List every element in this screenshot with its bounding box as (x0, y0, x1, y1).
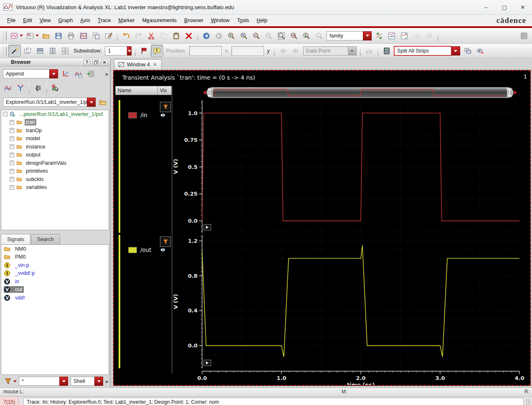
new-graph-window-button[interactable] (8, 30, 20, 42)
expand-icon[interactable]: + (10, 128, 14, 133)
delete-button[interactable] (183, 30, 195, 42)
position-x-input[interactable] (189, 46, 222, 56)
visibility-manager-button[interactable] (474, 45, 486, 57)
plot-in-strip-button[interactable] (60, 68, 71, 80)
menu-window[interactable]: Window (207, 16, 233, 25)
snapshot-button[interactable] (78, 30, 89, 42)
copy-graph-button[interactable] (90, 30, 102, 42)
filter-funnel-button[interactable] (2, 375, 14, 387)
show-info-button[interactable]: i (151, 45, 163, 57)
toolbar-grip[interactable] (3, 31, 7, 40)
expand-icon[interactable]: + (10, 144, 14, 149)
results-combo[interactable]: ExplorerRun.0/1/Lab1_inverter_1/psf (3, 98, 96, 107)
expand-icon[interactable]: + (10, 161, 14, 165)
menu-view[interactable]: View (36, 16, 55, 25)
split-strips-combo[interactable]: Split All Strips (394, 46, 460, 55)
expand-icon[interactable]: + (10, 136, 14, 141)
zoom-fit-button[interactable] (276, 30, 287, 42)
zoom-x-button[interactable] (288, 30, 300, 42)
panel-float-button[interactable] (92, 59, 99, 65)
tree-item-output[interactable]: +output (1, 151, 109, 159)
menu-trace[interactable]: Trace (94, 16, 115, 25)
zoom-y-button[interactable] (301, 30, 312, 42)
expand-icon[interactable]: + (10, 153, 14, 157)
edit-graph-button[interactable] (103, 30, 114, 42)
tab-window-4[interactable]: Window 4 ✕ (114, 59, 162, 69)
menu-measurements[interactable]: Measurements (138, 16, 180, 25)
subwindow-combo[interactable]: 1 (105, 46, 132, 55)
tree-item-instance[interactable]: +instance (1, 143, 109, 151)
signal-item-vvddp[interactable]: I_vvdd!:p (1, 269, 109, 278)
signal-item-PM0[interactable]: PM0 (1, 253, 109, 262)
append-mode-combo[interactable]: Append (3, 69, 58, 78)
paste-button[interactable] (170, 30, 182, 42)
browser-panel-header[interactable]: Browser ? ✕ (0, 58, 110, 66)
position-y-input[interactable] (231, 46, 264, 56)
vertical-strips-button[interactable] (47, 45, 58, 57)
menu-file[interactable]: File (3, 16, 19, 25)
window-layout-button[interactable] (24, 30, 36, 42)
panel-close-button[interactable]: ✕ (101, 59, 108, 65)
data-point-combo-dropdown-button[interactable] (348, 46, 357, 55)
expand-icon[interactable]: + (10, 120, 14, 125)
whats-this-button[interactable] (8, 45, 21, 57)
expressions-button[interactable]: { (32, 82, 44, 94)
maximize-button[interactable]: ▢ (495, 0, 514, 14)
signal-item-vinp[interactable]: I_vin:p (1, 261, 109, 269)
open-button[interactable] (40, 30, 52, 42)
window-layout-menu-arrow-icon[interactable] (35, 35, 39, 37)
show-table-button[interactable] (518, 30, 530, 42)
tree-item-model[interactable]: +model (1, 135, 109, 143)
tree-item-designParamVals[interactable]: +designParamVals (1, 159, 109, 167)
zoom-out-button[interactable] (251, 30, 262, 42)
tree-item-tranOp[interactable]: +tranOp (1, 126, 109, 135)
calculator-button[interactable] (381, 45, 393, 57)
probe-signals-button[interactable] (15, 82, 26, 94)
zoom-in-button[interactable] (225, 30, 237, 42)
tab-close-icon[interactable]: ✕ (153, 62, 157, 68)
expand-icon[interactable]: + (10, 177, 14, 181)
tree-item-variables[interactable]: +variables (1, 184, 109, 192)
combine-all-signals-button[interactable] (386, 30, 398, 42)
plot-family-button[interactable] (72, 68, 84, 80)
signal-item-out[interactable]: Vout (1, 286, 109, 294)
zoom-in-xy-button[interactable] (238, 30, 250, 42)
menu-help[interactable]: Help (253, 16, 271, 25)
marker-flag-button[interactable] (138, 45, 150, 57)
results-combo-dropdown-button[interactable] (87, 98, 96, 107)
strip-play-button[interactable] (204, 360, 211, 366)
filter-pattern-combo[interactable]: * (19, 377, 68, 386)
new-graph-window-menu-arrow-icon[interactable] (20, 35, 23, 37)
signal-item-in[interactable]: Vin (1, 277, 109, 286)
expand-icon[interactable]: + (10, 169, 14, 174)
print-button[interactable] (65, 30, 77, 42)
export-to-table-button[interactable] (85, 68, 96, 80)
tree-item-subckts[interactable]: +subckts (1, 175, 109, 184)
tab-search[interactable]: Search (31, 234, 60, 244)
subwindow-combo-dropdown-button[interactable] (127, 46, 132, 55)
open-results-button[interactable] (97, 96, 108, 108)
tree-item-tran[interactable]: +tran (1, 118, 109, 127)
shell-combo-dropdown-button[interactable] (94, 377, 103, 386)
pick-mode-button[interactable] (50, 82, 61, 94)
filter-menu-arrow-icon[interactable] (13, 380, 17, 382)
data-point-combo[interactable]: Data Point (303, 46, 357, 55)
menu-browser[interactable]: Browser (180, 16, 207, 25)
menu-axis[interactable]: Axis (76, 16, 94, 25)
message-bar-grip[interactable] (526, 399, 530, 405)
message-count-badge[interactable]: 7(15) (0, 397, 19, 405)
split-strips-combo-dropdown-button[interactable] (451, 46, 460, 55)
signal-item-vdd[interactable]: Vvdd! (1, 294, 109, 302)
cut-button[interactable] (145, 30, 157, 42)
collapse-icon[interactable]: − (3, 112, 8, 116)
shell-combo[interactable]: Shell (71, 377, 103, 386)
menu-tools[interactable]: Tools (233, 16, 253, 25)
tab-signals[interactable]: Signals (1, 234, 30, 244)
filter-pattern-combo-dropdown-button[interactable] (59, 377, 68, 386)
split-all-signals-button[interactable] (398, 30, 410, 42)
plot-signals-button[interactable] (2, 82, 14, 94)
save-button[interactable] (53, 30, 64, 42)
signal-item-NM0[interactable]: NM0 (1, 245, 109, 253)
panel-overflow-button[interactable]: » (105, 71, 108, 77)
fit-xy-button[interactable] (373, 30, 385, 42)
